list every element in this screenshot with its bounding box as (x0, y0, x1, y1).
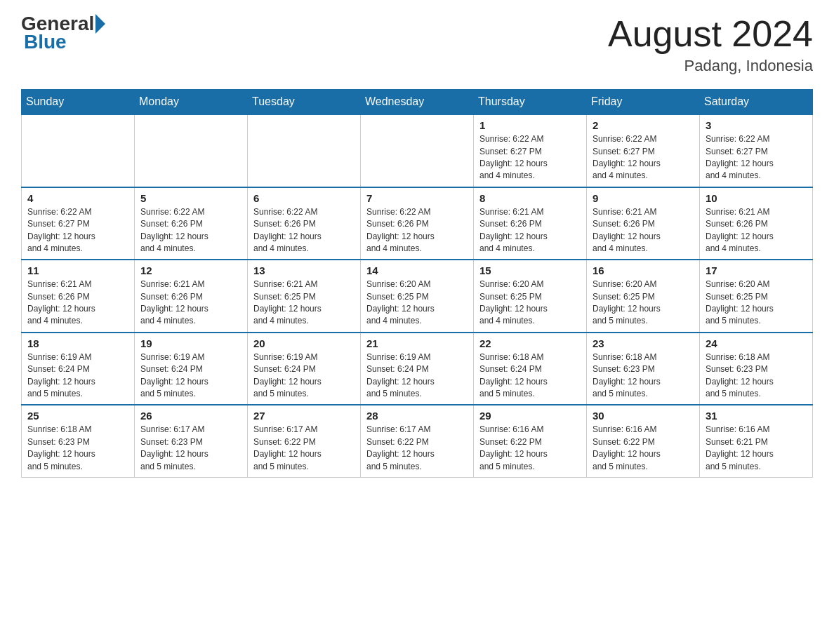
week-row-3: 11Sunrise: 6:21 AM Sunset: 6:26 PM Dayli… (22, 260, 813, 333)
day-info: Sunrise: 6:17 AM Sunset: 6:23 PM Dayligh… (140, 424, 241, 473)
calendar-cell (248, 114, 361, 187)
day-number: 27 (253, 410, 355, 422)
day-number: 23 (593, 337, 694, 349)
day-info: Sunrise: 6:21 AM Sunset: 6:26 PM Dayligh… (593, 206, 694, 255)
logo: General Blue (21, 14, 105, 53)
week-row-4: 18Sunrise: 6:19 AM Sunset: 6:24 PM Dayli… (22, 333, 813, 405)
day-info: Sunrise: 6:21 AM Sunset: 6:26 PM Dayligh… (140, 279, 241, 328)
day-info: Sunrise: 6:20 AM Sunset: 6:25 PM Dayligh… (479, 279, 581, 328)
calendar-cell: 26Sunrise: 6:17 AM Sunset: 6:23 PM Dayli… (135, 405, 248, 477)
calendar-cell: 25Sunrise: 6:18 AM Sunset: 6:23 PM Dayli… (22, 405, 135, 477)
calendar-subtitle: Padang, Indonesia (608, 57, 813, 75)
calendar-cell: 6Sunrise: 6:22 AM Sunset: 6:26 PM Daylig… (248, 187, 361, 260)
page-header: General Blue August 2024 Padang, Indones… (21, 14, 813, 75)
calendar-cell: 8Sunrise: 6:21 AM Sunset: 6:26 PM Daylig… (474, 187, 587, 260)
day-number: 28 (366, 410, 468, 422)
day-info: Sunrise: 6:22 AM Sunset: 6:27 PM Dayligh… (27, 206, 128, 255)
day-number: 14 (366, 264, 468, 276)
calendar-cell: 9Sunrise: 6:21 AM Sunset: 6:26 PM Daylig… (587, 187, 700, 260)
calendar-cell: 27Sunrise: 6:17 AM Sunset: 6:22 PM Dayli… (248, 405, 361, 477)
weekday-header-monday: Monday (135, 90, 248, 115)
day-info: Sunrise: 6:17 AM Sunset: 6:22 PM Dayligh… (253, 424, 355, 473)
day-number: 5 (140, 192, 241, 204)
day-number: 10 (706, 192, 807, 204)
day-info: Sunrise: 6:21 AM Sunset: 6:26 PM Dayligh… (479, 206, 581, 255)
day-number: 4 (27, 192, 128, 204)
day-number: 25 (27, 410, 128, 422)
day-number: 19 (140, 337, 241, 349)
day-info: Sunrise: 6:17 AM Sunset: 6:22 PM Dayligh… (366, 424, 468, 473)
day-number: 16 (593, 264, 694, 276)
calendar-cell: 19Sunrise: 6:19 AM Sunset: 6:24 PM Dayli… (135, 333, 248, 405)
calendar-cell: 24Sunrise: 6:18 AM Sunset: 6:23 PM Dayli… (700, 333, 813, 405)
day-info: Sunrise: 6:22 AM Sunset: 6:27 PM Dayligh… (593, 133, 694, 182)
day-number: 18 (27, 337, 128, 349)
week-row-1: 1Sunrise: 6:22 AM Sunset: 6:27 PM Daylig… (22, 114, 813, 187)
day-info: Sunrise: 6:21 AM Sunset: 6:25 PM Dayligh… (253, 279, 355, 328)
calendar-cell: 23Sunrise: 6:18 AM Sunset: 6:23 PM Dayli… (587, 333, 700, 405)
weekday-header-tuesday: Tuesday (248, 90, 361, 115)
day-number: 8 (479, 192, 581, 204)
day-number: 21 (366, 337, 468, 349)
title-block: August 2024 Padang, Indonesia (608, 14, 813, 75)
day-info: Sunrise: 6:22 AM Sunset: 6:26 PM Dayligh… (253, 206, 355, 255)
day-number: 2 (593, 119, 694, 131)
calendar-cell: 16Sunrise: 6:20 AM Sunset: 6:25 PM Dayli… (587, 260, 700, 333)
day-number: 17 (706, 264, 807, 276)
calendar-cell: 17Sunrise: 6:20 AM Sunset: 6:25 PM Dayli… (700, 260, 813, 333)
calendar-cell: 20Sunrise: 6:19 AM Sunset: 6:24 PM Dayli… (248, 333, 361, 405)
calendar-cell (22, 114, 135, 187)
calendar-cell: 15Sunrise: 6:20 AM Sunset: 6:25 PM Dayli… (474, 260, 587, 333)
logo-triangle-icon (95, 14, 105, 34)
calendar-cell: 1Sunrise: 6:22 AM Sunset: 6:27 PM Daylig… (474, 114, 587, 187)
day-number: 11 (27, 264, 128, 276)
day-info: Sunrise: 6:18 AM Sunset: 6:23 PM Dayligh… (27, 424, 128, 473)
day-info: Sunrise: 6:19 AM Sunset: 6:24 PM Dayligh… (27, 351, 128, 401)
week-row-2: 4Sunrise: 6:22 AM Sunset: 6:27 PM Daylig… (22, 187, 813, 260)
calendar-cell: 30Sunrise: 6:16 AM Sunset: 6:22 PM Dayli… (587, 405, 700, 477)
day-number: 13 (253, 264, 355, 276)
day-info: Sunrise: 6:19 AM Sunset: 6:24 PM Dayligh… (140, 351, 241, 401)
day-number: 20 (253, 337, 355, 349)
day-number: 31 (706, 410, 807, 422)
day-number: 22 (479, 337, 581, 349)
calendar-cell: 12Sunrise: 6:21 AM Sunset: 6:26 PM Dayli… (135, 260, 248, 333)
weekday-header-sunday: Sunday (22, 90, 135, 115)
calendar-cell: 31Sunrise: 6:16 AM Sunset: 6:21 PM Dayli… (700, 405, 813, 477)
calendar-cell: 7Sunrise: 6:22 AM Sunset: 6:26 PM Daylig… (361, 187, 474, 260)
day-info: Sunrise: 6:16 AM Sunset: 6:21 PM Dayligh… (706, 424, 807, 473)
day-info: Sunrise: 6:22 AM Sunset: 6:26 PM Dayligh… (366, 206, 468, 255)
day-info: Sunrise: 6:22 AM Sunset: 6:27 PM Dayligh… (479, 133, 581, 182)
day-number: 24 (706, 337, 807, 349)
calendar-cell: 2Sunrise: 6:22 AM Sunset: 6:27 PM Daylig… (587, 114, 700, 187)
day-info: Sunrise: 6:19 AM Sunset: 6:24 PM Dayligh… (366, 351, 468, 401)
day-info: Sunrise: 6:20 AM Sunset: 6:25 PM Dayligh… (706, 279, 807, 328)
calendar-cell: 29Sunrise: 6:16 AM Sunset: 6:22 PM Dayli… (474, 405, 587, 477)
calendar-cell: 5Sunrise: 6:22 AM Sunset: 6:26 PM Daylig… (135, 187, 248, 260)
calendar-cell: 4Sunrise: 6:22 AM Sunset: 6:27 PM Daylig… (22, 187, 135, 260)
calendar-cell: 14Sunrise: 6:20 AM Sunset: 6:25 PM Dayli… (361, 260, 474, 333)
day-info: Sunrise: 6:18 AM Sunset: 6:23 PM Dayligh… (593, 351, 694, 401)
calendar-table: SundayMondayTuesdayWednesdayThursdayFrid… (21, 89, 813, 478)
day-number: 30 (593, 410, 694, 422)
day-info: Sunrise: 6:20 AM Sunset: 6:25 PM Dayligh… (593, 279, 694, 328)
day-number: 12 (140, 264, 241, 276)
day-info: Sunrise: 6:18 AM Sunset: 6:23 PM Dayligh… (706, 351, 807, 401)
calendar-cell: 10Sunrise: 6:21 AM Sunset: 6:26 PM Dayli… (700, 187, 813, 260)
calendar-cell: 3Sunrise: 6:22 AM Sunset: 6:27 PM Daylig… (700, 114, 813, 187)
calendar-cell (135, 114, 248, 187)
day-info: Sunrise: 6:22 AM Sunset: 6:26 PM Dayligh… (140, 206, 241, 255)
weekday-header-saturday: Saturday (700, 90, 813, 115)
weekday-header-row: SundayMondayTuesdayWednesdayThursdayFrid… (22, 90, 813, 115)
day-number: 7 (366, 192, 468, 204)
calendar-cell: 11Sunrise: 6:21 AM Sunset: 6:26 PM Dayli… (22, 260, 135, 333)
day-info: Sunrise: 6:16 AM Sunset: 6:22 PM Dayligh… (479, 424, 581, 473)
day-number: 6 (253, 192, 355, 204)
week-row-5: 25Sunrise: 6:18 AM Sunset: 6:23 PM Dayli… (22, 405, 813, 477)
day-info: Sunrise: 6:22 AM Sunset: 6:27 PM Dayligh… (706, 133, 807, 182)
day-info: Sunrise: 6:19 AM Sunset: 6:24 PM Dayligh… (253, 351, 355, 401)
day-number: 1 (479, 119, 581, 131)
day-info: Sunrise: 6:21 AM Sunset: 6:26 PM Dayligh… (27, 279, 128, 328)
calendar-title: August 2024 (608, 14, 813, 54)
calendar-cell (361, 114, 474, 187)
